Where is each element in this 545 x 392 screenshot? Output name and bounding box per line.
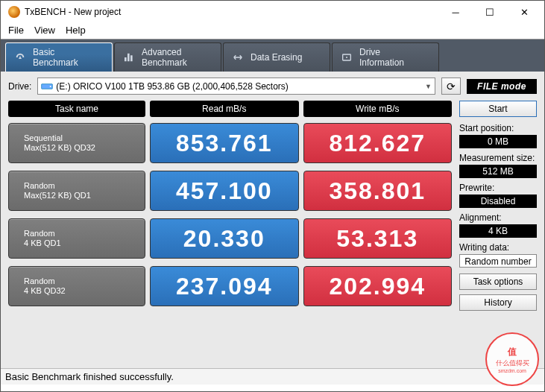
task-name2: 4 KB QD1: [24, 238, 145, 248]
maximize-button[interactable]: ☐: [473, 1, 507, 23]
prewrite-value[interactable]: Disabled: [459, 195, 537, 208]
read-value: 457.100: [150, 171, 299, 211]
tab-label: Basic Benchmark: [33, 47, 78, 68]
tab-label: Advanced Benchmark: [142, 47, 187, 68]
bench-row-random-4k-qd32: Random 4 KB QD32 237.094 202.994: [8, 266, 452, 306]
refresh-button[interactable]: ⟳: [441, 78, 461, 95]
writing-data-label: Writing data:: [459, 242, 537, 253]
refresh-icon: ⟳: [447, 80, 456, 92]
drive-icon: [41, 82, 53, 91]
task-cell[interactable]: Sequential Max(512 KB) QD32: [8, 123, 145, 163]
write-value: 202.994: [303, 266, 453, 306]
bars-icon: [122, 51, 136, 63]
task-cell[interactable]: Random 4 KB QD1: [8, 218, 145, 259]
task-name1: Sequential: [24, 133, 145, 143]
svg-point-3: [50, 86, 51, 87]
menu-file[interactable]: File: [8, 25, 24, 36]
write-value: 812.627: [303, 123, 453, 163]
read-value: 237.094: [150, 266, 299, 306]
header-read: Read mB/s: [150, 101, 299, 117]
file-mode-badge: FILE mode: [467, 79, 537, 94]
alignment-value[interactable]: 4 KB: [459, 224, 537, 238]
header-write: Write mB/s: [303, 101, 453, 117]
task-name2: Max(512 KB) QD32: [24, 143, 145, 153]
close-button[interactable]: ✕: [507, 1, 541, 23]
start-position-value[interactable]: 0 MB: [459, 135, 537, 148]
app-icon: [8, 6, 20, 18]
drive-selected-text: (E:) ORICO V100 1TB 953.86 GB (2,000,406…: [56, 81, 289, 92]
write-value: 53.313: [303, 218, 453, 259]
window-title: TxBENCH - New project: [25, 7, 121, 17]
measurement-size-label: Measurement size:: [459, 153, 537, 163]
task-name2: 4 KB QD32: [24, 286, 145, 296]
minimize-button[interactable]: ─: [438, 1, 473, 23]
start-position-label: Start position:: [459, 123, 537, 133]
tab-label: Drive Information: [359, 47, 404, 68]
tab-drive-information[interactable]: Drive Information: [332, 42, 439, 72]
chevron-down-icon: ▼: [425, 83, 432, 90]
history-button[interactable]: History: [459, 294, 537, 311]
read-value: 853.761: [150, 123, 299, 163]
info-icon: [340, 51, 353, 63]
task-cell[interactable]: Random 4 KB QD32: [8, 266, 145, 306]
gauge-icon: [13, 51, 27, 63]
task-name1: Random: [24, 229, 145, 238]
writing-data-value[interactable]: Random number: [459, 254, 537, 268]
erase-icon: [231, 51, 245, 63]
start-button[interactable]: Start: [459, 101, 537, 117]
task-options-button[interactable]: Task options: [459, 274, 537, 290]
task-cell[interactable]: Random Max(512 KB) QD1: [8, 171, 145, 211]
drive-label: Drive:: [8, 81, 31, 92]
bench-row-random-512: Random Max(512 KB) QD1 457.100 358.801: [8, 171, 452, 211]
tab-data-erasing[interactable]: Data Erasing: [223, 42, 330, 72]
menu-view[interactable]: View: [34, 25, 55, 36]
bench-row-random-4k-qd1: Random 4 KB QD1 20.330 53.313: [8, 218, 452, 259]
bench-row-sequential: Sequential Max(512 KB) QD32 853.761 812.…: [8, 123, 452, 163]
read-value: 20.330: [150, 218, 299, 259]
measurement-size-value[interactable]: 512 MB: [459, 165, 537, 178]
task-name1: Random: [24, 276, 145, 286]
alignment-label: Alignment:: [459, 212, 537, 223]
header-task: Task name: [8, 101, 145, 117]
write-value: 358.801: [303, 171, 453, 211]
svg-point-1: [346, 57, 347, 58]
task-name2: Max(512 KB) QD1: [24, 191, 145, 200]
tab-label: Data Erasing: [251, 52, 302, 63]
status-text: Basic Benchmark finished successfully.: [5, 371, 174, 382]
drive-select[interactable]: (E:) ORICO V100 1TB 953.86 GB (2,000,406…: [37, 78, 435, 95]
prewrite-label: Prewrite:: [459, 183, 537, 193]
task-name1: Random: [24, 181, 145, 191]
tab-advanced-benchmark[interactable]: Advanced Benchmark: [114, 42, 221, 72]
menu-help[interactable]: Help: [66, 25, 86, 36]
tab-basic-benchmark[interactable]: Basic Benchmark: [5, 42, 113, 72]
